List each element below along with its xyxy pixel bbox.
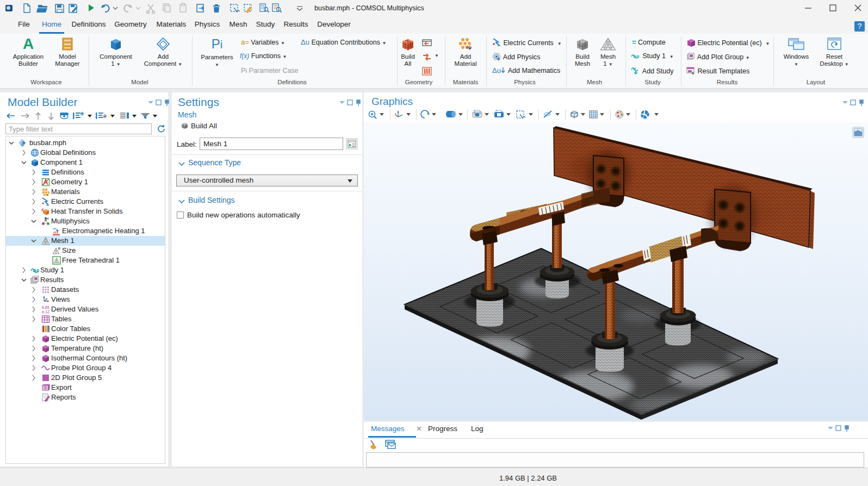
svg-text:8.85: 8.85: [42, 306, 49, 309]
svg-text:e-12: e-12: [42, 310, 49, 314]
